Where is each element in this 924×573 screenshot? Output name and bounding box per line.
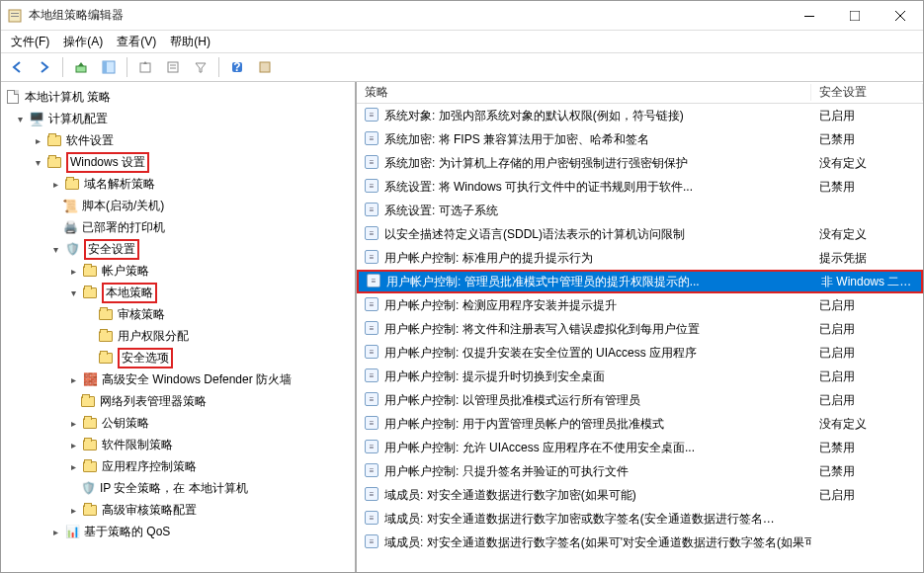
node-windows-settings[interactable]: ▾ Windows 设置 <box>3 151 353 173</box>
policy-row[interactable]: ≡用户帐户控制: 允许 UIAccess 应用程序在不使用安全桌面...已禁用 <box>357 436 923 459</box>
header-policy[interactable]: 策略 <box>357 84 811 101</box>
node-account-policies[interactable]: ▸ 帐户策略 <box>3 260 353 282</box>
back-button[interactable] <box>5 55 29 79</box>
policy-name: 域成员: 对安全通道数据进行数字签名(如果可'对安全通道数据进行数字签名(如果可… <box>384 534 811 551</box>
chevron-right-icon[interactable]: ▸ <box>48 525 62 538</box>
up-button[interactable] <box>69 55 93 79</box>
node-ipsec[interactable]: 🛡️ IP 安全策略，在 本地计算机 <box>3 477 353 499</box>
tree-label: Windows 设置 <box>66 152 149 173</box>
folder-icon <box>98 328 114 344</box>
policy-row[interactable]: ≡域成员: 对安全通道数据进行数字签名(如果可'对安全通道数据进行数字签名(如果… <box>357 531 923 554</box>
node-software-restrict[interactable]: ▸ 软件限制策略 <box>3 434 353 455</box>
chevron-right-icon[interactable]: ▸ <box>66 372 80 386</box>
minimize-button[interactable] <box>787 1 832 31</box>
export-button[interactable] <box>133 55 157 79</box>
tree-label: 安全设置 <box>84 239 139 260</box>
node-app-control[interactable]: ▸ 应用程序控制策略 <box>3 455 353 477</box>
chevron-right-icon[interactable]: ▸ <box>66 264 80 278</box>
node-software-settings[interactable]: ▸ 软件设置 <box>3 129 353 151</box>
policy-row[interactable]: ≡域成员: 对安全通道数据进行数字加密或数字签名(安全通道数据进行签名… <box>357 507 923 531</box>
tree-label: 本地策略 <box>102 283 157 303</box>
node-local-policies[interactable]: ▾ 本地策略 <box>3 282 353 303</box>
policy-name: 系统设置: 可选子系统 <box>384 203 498 219</box>
policy-name: 用户帐户控制: 用于内置管理员帐户的管理员批准模式 <box>384 416 664 433</box>
policy-setting: 没有定义 <box>811 155 923 172</box>
filter-button[interactable] <box>189 55 212 79</box>
node-qos[interactable]: ▸ 📊 基于策略的 QoS <box>3 521 353 542</box>
node-root[interactable]: 本地计算机 策略 <box>3 86 353 108</box>
menu-help[interactable]: 帮助(H) <box>164 32 216 52</box>
list-pane[interactable]: 策略 安全设置 ≡系统对象: 加强内部系统对象的默认权限(例如，符号链接)已启用… <box>357 82 923 572</box>
policy-name: 用户帐户控制: 只提升签名并验证的可执行文件 <box>384 463 629 480</box>
chevron-down-icon[interactable]: ▾ <box>13 112 27 125</box>
node-netlist[interactable]: 网络列表管理器策略 <box>3 390 353 412</box>
policy-row[interactable]: ≡系统设置: 可选子系统 <box>357 199 923 222</box>
policy-icon: ≡ <box>365 321 380 337</box>
tree-pane[interactable]: 本地计算机 策略 ▾ 🖥️ 计算机配置 ▸ 软件设置 ▾ Windows 设置 … <box>1 82 357 572</box>
maximize-button[interactable] <box>832 1 878 31</box>
policy-row[interactable]: ≡系统加密: 将 FIPS 兼容算法用于加密、哈希和签名已禁用 <box>357 127 923 151</box>
policy-row[interactable]: ≡用户帐户控制: 提示提升时切换到安全桌面已启用 <box>357 365 923 388</box>
policy-name: 用户帐户控制: 检测应用程序安装并提示提升 <box>384 297 617 314</box>
policy-icon: ≡ <box>365 226 380 242</box>
chevron-down-icon[interactable]: ▾ <box>48 242 62 256</box>
menu-view[interactable]: 查看(V) <box>111 32 162 52</box>
chevron-down-icon[interactable]: ▾ <box>31 155 44 169</box>
policy-row[interactable]: ≡系统加密: 为计算机上存储的用户密钥强制进行强密钥保护没有定义 <box>357 151 923 175</box>
node-pubkey[interactable]: ▸ 公钥策略 <box>3 412 353 434</box>
header-setting[interactable]: 安全设置 <box>811 84 923 101</box>
tree-label: 审核策略 <box>118 306 165 323</box>
chevron-right-icon[interactable]: ▸ <box>66 438 80 451</box>
policy-row[interactable]: ≡用户帐户控制: 以管理员批准模式运行所有管理员已启用 <box>357 388 923 412</box>
policy-row[interactable]: ≡用户帐户控制: 检测应用程序安装并提示提升已启用 <box>357 293 923 317</box>
policy-setting: 已启用 <box>811 487 923 504</box>
close-button[interactable] <box>878 1 923 31</box>
policy-icon: ≡ <box>365 108 380 123</box>
node-security-options[interactable]: 安全选项 <box>3 347 353 368</box>
node-computer-config[interactable]: ▾ 🖥️ 计算机配置 <box>3 108 353 129</box>
chevron-right-icon[interactable]: ▸ <box>66 503 80 517</box>
policy-name: 用户帐户控制: 提示提升时切换到安全桌面 <box>384 368 605 385</box>
policy-row[interactable]: ≡用户帐户控制: 管理员批准模式中管理员的提升权限提示的...非 Windows… <box>357 270 923 293</box>
shield-icon: 🧱 <box>82 371 98 387</box>
chevron-right-icon[interactable]: ▸ <box>31 133 44 147</box>
folder-icon <box>82 502 98 518</box>
policy-row[interactable]: ≡用户帐户控制: 将文件和注册表写入错误虚拟化到每用户位置已启用 <box>357 317 923 341</box>
help-button[interactable]: ? <box>225 55 249 79</box>
policy-row[interactable]: ≡用户帐户控制: 只提升签名并验证的可执行文件已禁用 <box>357 459 923 483</box>
policy-icon: ≡ <box>365 155 380 171</box>
node-security-settings[interactable]: ▾ 🛡️ 安全设置 <box>3 238 353 260</box>
policy-row[interactable]: ≡用户帐户控制: 标准用户的提升提示行为提示凭据 <box>357 246 923 270</box>
chevron-down-icon[interactable]: ▾ <box>66 286 80 299</box>
show-hide-tree-button[interactable] <box>97 55 121 79</box>
tree-label: 计算机配置 <box>48 111 108 127</box>
policy-row[interactable]: ≡系统设置: 将 Windows 可执行文件中的证书规则用于软件...已禁用 <box>357 175 923 199</box>
policy-name: 系统加密: 为计算机上存储的用户密钥强制进行强密钥保护 <box>384 155 688 172</box>
policy-icon: ≡ <box>365 250 380 266</box>
policy-row[interactable]: ≡以安全描述符定义语言(SDDL)语法表示的计算机访问限制没有定义 <box>357 222 923 246</box>
menu-action[interactable]: 操作(A) <box>57 32 109 52</box>
svg-rect-7 <box>76 66 86 72</box>
chevron-right-icon[interactable]: ▸ <box>66 416 80 430</box>
policy-icon: ≡ <box>365 297 380 313</box>
node-scripts[interactable]: 📜 脚本(启动/关机) <box>3 195 353 216</box>
chevron-right-icon[interactable]: ▸ <box>66 459 80 473</box>
policy-row[interactable]: ≡用户帐户控制: 用于内置管理员帐户的管理员批准模式没有定义 <box>357 412 923 436</box>
tree-label: 脚本(启动/关机) <box>82 198 164 214</box>
node-audit-policy[interactable]: 审核策略 <box>3 303 353 325</box>
chevron-right-icon[interactable]: ▸ <box>48 177 62 191</box>
policy-row[interactable]: ≡系统对象: 加强内部系统对象的默认权限(例如，符号链接)已启用 <box>357 104 923 127</box>
node-name-resolution[interactable]: ▸ 域名解析策略 <box>3 173 353 195</box>
node-adv-audit[interactable]: ▸ 高级审核策略配置 <box>3 499 353 521</box>
policy-name: 用户帐户控制: 以管理员批准模式运行所有管理员 <box>384 392 640 409</box>
forward-button[interactable] <box>33 55 56 79</box>
node-defender[interactable]: ▸ 🧱 高级安全 Windows Defender 防火墙 <box>3 368 353 390</box>
refresh-button[interactable] <box>253 55 277 79</box>
policy-name: 系统加密: 将 FIPS 兼容算法用于加密、哈希和签名 <box>384 131 649 148</box>
node-deployed-printers[interactable]: 🖨️ 已部署的打印机 <box>3 216 353 238</box>
properties-button[interactable] <box>161 55 185 79</box>
policy-row[interactable]: ≡域成员: 对安全通道数据进行数字加密(如果可能)已启用 <box>357 483 923 507</box>
menu-file[interactable]: 文件(F) <box>5 32 55 52</box>
policy-row[interactable]: ≡用户帐户控制: 仅提升安装在安全位置的 UIAccess 应用程序已启用 <box>357 341 923 365</box>
node-user-rights[interactable]: 用户权限分配 <box>3 325 353 347</box>
